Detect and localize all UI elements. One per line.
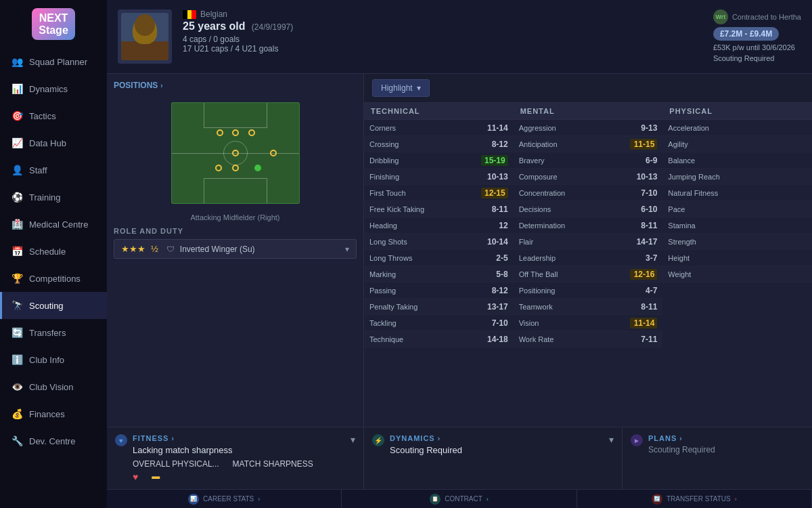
career-stats-icon: 📊 bbox=[188, 494, 199, 505]
physical-rows: AccelerationAgilityBalanceJumping ReachN… bbox=[662, 120, 812, 282]
pitch-penalty-bottom bbox=[204, 178, 267, 203]
scouting-icon: 🔭 bbox=[10, 299, 24, 312]
sidebar-item-dev-centre[interactable]: 🔧 Dev. Centre bbox=[0, 427, 107, 454]
sidebar-item-dynamics[interactable]: 📊 Dynamics bbox=[0, 75, 107, 102]
sidebar-label-club-vision: Club Vision bbox=[29, 382, 74, 392]
sidebar-item-squad-planner[interactable]: 👥 Squad Planner bbox=[0, 48, 107, 75]
technical-column: TECHNICAL Corners11-14Crossing8-12Dribbl… bbox=[364, 103, 514, 427]
attr-name-label: Corners bbox=[369, 124, 481, 132]
player-header: Belgian 25 years old (24/9/1997) 4 caps … bbox=[107, 0, 812, 74]
attr-name-label: Passing bbox=[369, 287, 481, 295]
attr-name-label: Decisions bbox=[519, 205, 631, 213]
sidebar-item-transfers[interactable]: 🔄 Transfers bbox=[0, 319, 107, 346]
dynamics-icon: 📊 bbox=[10, 82, 24, 96]
sidebar-item-tactics[interactable]: 🎯 Tactics bbox=[0, 102, 107, 129]
sidebar-label-tactics: Tactics bbox=[29, 111, 56, 121]
attr-name-label: First Touch bbox=[369, 189, 481, 197]
sidebar-item-medical[interactable]: 🏥 Medical Centre bbox=[0, 211, 107, 238]
table-row: Flair14-17 bbox=[514, 234, 663, 250]
dynamics-collapse-button[interactable]: ▾ bbox=[609, 434, 614, 445]
sidebar-label-data-hub: Data Hub bbox=[29, 138, 66, 148]
footer-tab-career-stats[interactable]: 📊 CAREER STATS › bbox=[107, 490, 342, 508]
attr-value: 3-7 bbox=[630, 253, 657, 263]
sidebar-item-schedule[interactable]: 📅 Schedule bbox=[0, 238, 107, 265]
pitch-position-dot bbox=[232, 150, 239, 156]
sidebar-label-scouting: Scouting bbox=[29, 301, 64, 311]
bottom-section: ♥ FITNESS › Lacking match sharpness OVER… bbox=[107, 427, 812, 489]
attr-value: 13-17 bbox=[481, 302, 508, 312]
plans-section-icon: ► bbox=[631, 434, 643, 446]
left-panel: POSITIONS › Attacking Midfielder (Right) bbox=[107, 74, 364, 427]
contract-chevron-icon: › bbox=[487, 496, 489, 503]
attr-value: 11-14 bbox=[481, 123, 508, 133]
mental-rows: Aggression9-13Anticipation11-15Bravery6-… bbox=[514, 120, 663, 347]
attr-value: 4-7 bbox=[630, 286, 657, 295]
physical-header: PHYSICAL bbox=[662, 103, 812, 120]
highlight-button[interactable]: Highlight ▾ bbox=[372, 79, 430, 97]
app-logo: NEXT Stage bbox=[0, 0, 107, 48]
sidebar-item-scouting[interactable]: 🔭 Scouting bbox=[0, 292, 107, 319]
main-content: Belgian 25 years old (24/9/1997) 4 caps … bbox=[107, 0, 812, 508]
attr-value: 7-11 bbox=[630, 335, 657, 344]
pitch-position-dot bbox=[215, 165, 222, 171]
sidebar-item-finances[interactable]: 💰 Finances bbox=[0, 400, 107, 427]
table-row: Penalty Taking13-17 bbox=[364, 299, 514, 315]
sidebar-item-staff[interactable]: 👤 Staff bbox=[0, 156, 107, 184]
positions-header[interactable]: POSITIONS › bbox=[114, 81, 357, 90]
attr-value: 7-10 bbox=[481, 318, 508, 328]
contract-icon: 📋 bbox=[430, 494, 441, 505]
sidebar-item-training[interactable]: ⚽ Training bbox=[0, 184, 107, 211]
attr-value: 11-14 bbox=[630, 318, 657, 329]
player-caps: 4 caps / 0 goals bbox=[183, 35, 702, 44]
attr-name-label: Composure bbox=[519, 173, 631, 181]
table-row: Marking5-8 bbox=[364, 266, 514, 282]
footer-tab-contract[interactable]: 📋 CONTRACT › bbox=[342, 490, 577, 508]
role-dropdown-icon: ▾ bbox=[345, 245, 349, 254]
transfer-status-icon: 🔄 bbox=[652, 494, 662, 505]
scouting-required-header: Scouting Required bbox=[713, 54, 775, 62]
attr-name-label: Bravery bbox=[519, 156, 631, 165]
table-row: Positioning4-7 bbox=[514, 282, 663, 299]
attr-name-label: Anticipation bbox=[519, 140, 631, 148]
fitness-collapse-button[interactable]: ▾ bbox=[351, 434, 355, 445]
attr-value: 10-13 bbox=[481, 172, 508, 182]
sidebar-item-club-vision[interactable]: 👁️ Club Vision bbox=[0, 373, 107, 400]
sidebar-item-competitions[interactable]: 🏆 Competitions bbox=[0, 265, 107, 292]
wage-info: £53K p/w until 30/6/2026 bbox=[713, 43, 795, 51]
sidebar-label-squad-planner: Squad Planner bbox=[29, 57, 87, 67]
table-row: Anticipation11-15 bbox=[514, 136, 663, 152]
attr-value: 6-9 bbox=[630, 156, 657, 165]
attr-name-label: Free Kick Taking bbox=[369, 205, 481, 213]
pitch-position-label: Attacking Midfielder (Right) bbox=[114, 213, 357, 221]
attr-name-label: Teamwork bbox=[519, 303, 631, 311]
table-row: Concentration7-10 bbox=[514, 185, 663, 201]
table-row: Height bbox=[662, 250, 812, 266]
attr-value: 11-15 bbox=[630, 139, 657, 150]
table-row: Agility bbox=[662, 136, 812, 152]
attr-value: 14-18 bbox=[481, 335, 508, 344]
attr-name-label: Dribbling bbox=[369, 156, 481, 165]
footer-tab-transfer-status[interactable]: 🔄 TRANSFER STATUS › bbox=[577, 490, 812, 508]
table-row: Tackling7-10 bbox=[364, 315, 514, 331]
table-row: Bravery6-9 bbox=[514, 152, 663, 169]
attr-name-label: Flair bbox=[519, 238, 631, 246]
attr-name-label: Work Rate bbox=[519, 335, 631, 343]
mental-column: MENTAL Aggression9-13Anticipation11-15Br… bbox=[514, 103, 663, 427]
table-row: Technique14-18 bbox=[364, 331, 514, 347]
contract-info: Wrt Contracted to Hertha £7.2M - £9.4M £… bbox=[713, 9, 801, 62]
wrt-badge: Wrt bbox=[713, 9, 728, 24]
table-row: Jumping Reach bbox=[662, 169, 812, 185]
transfer-status-chevron-icon: › bbox=[735, 496, 737, 503]
value-badge: £7.2M - £9.4M bbox=[713, 27, 779, 41]
table-row: Crossing8-12 bbox=[364, 136, 514, 152]
sidebar-item-data-hub[interactable]: 📈 Data Hub bbox=[0, 129, 107, 156]
club-info-icon: ℹ️ bbox=[10, 353, 24, 366]
sidebar-label-training: Training bbox=[29, 192, 60, 203]
table-row: Aggression9-13 bbox=[514, 120, 663, 136]
role-select[interactable]: ★★★ ½ 🛡 Inverted Winger (Su) ▾ bbox=[114, 239, 357, 259]
attr-name-label: Determination bbox=[519, 221, 631, 230]
club-vision-icon: 👁️ bbox=[10, 380, 24, 394]
attr-value: 6-10 bbox=[630, 205, 657, 214]
attr-value: 12-15 bbox=[481, 188, 508, 198]
sidebar-item-club-info[interactable]: ℹ️ Club Info bbox=[0, 346, 107, 373]
